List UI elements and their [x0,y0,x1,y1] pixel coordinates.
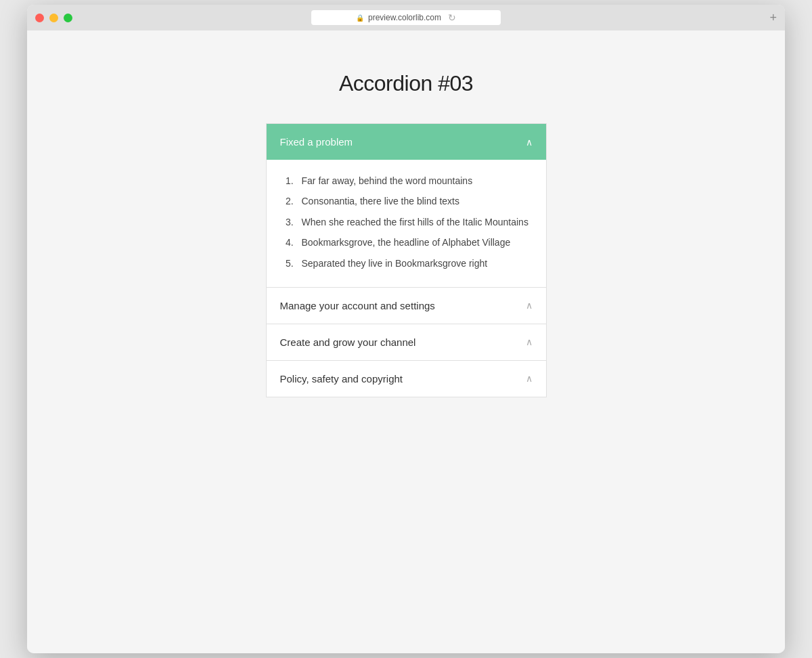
url-bar[interactable]: 🔒 preview.colorlib.com ↻ [311,10,501,25]
list-item: Far far away, behind the word mountains [296,173,533,188]
browser-titlebar: 🔒 preview.colorlib.com ↻ + [27,5,785,30]
chevron-up-icon-3: ∧ [526,336,533,347]
refresh-icon[interactable]: ↻ [448,12,456,23]
accordion-header-4[interactable]: Policy, safety and copyright ∧ [267,361,546,397]
accordion-label-3: Create and grow your channel [280,336,416,348]
accordion-list-1: Far far away, behind the word mountains … [280,173,533,271]
page-title: Accordion #03 [339,71,473,96]
chevron-up-icon-2: ∧ [526,300,533,311]
accordion-header-3[interactable]: Create and grow your channel ∧ [267,324,546,360]
accordion-label-2: Manage your account and settings [280,300,435,311]
browser-content: Accordion #03 Fixed a problem ∧ Far far … [27,30,785,653]
accordion-item-4: Policy, safety and copyright ∧ [266,361,547,397]
accordion-label-1: Fixed a problem [280,136,353,148]
accordion-body-1: Far far away, behind the word mountains … [267,160,546,287]
close-button[interactable] [35,14,44,22]
browser-buttons [35,14,72,22]
accordion-item-2: Manage your account and settings ∧ [266,288,547,324]
url-text: preview.colorlib.com [368,13,441,22]
minimize-button[interactable] [49,14,58,22]
accordion-label-4: Policy, safety and copyright [280,373,403,385]
browser-window: 🔒 preview.colorlib.com ↻ + Accordion #03… [27,5,785,653]
accordion-container: Fixed a problem ∧ Far far away, behind t… [266,123,547,397]
list-item: Bookmarksgrove, the headline of Alphabet… [296,235,533,250]
accordion-header-2[interactable]: Manage your account and settings ∧ [267,288,546,324]
chevron-up-icon-1: ∧ [526,137,533,148]
maximize-button[interactable] [64,14,72,22]
new-tab-icon[interactable]: + [769,11,777,25]
lock-icon: 🔒 [356,14,364,22]
list-item: Separated they live in Bookmarksgrove ri… [296,256,533,271]
accordion-header-1[interactable]: Fixed a problem ∧ [267,124,546,160]
accordion-item-1: Fixed a problem ∧ Far far away, behind t… [266,123,547,288]
chevron-up-icon-4: ∧ [526,373,533,384]
accordion-item-3: Create and grow your channel ∧ [266,324,547,361]
list-item: Consonantia, there live the blind texts [296,194,533,209]
list-item: When she reached the first hills of the … [296,215,533,229]
